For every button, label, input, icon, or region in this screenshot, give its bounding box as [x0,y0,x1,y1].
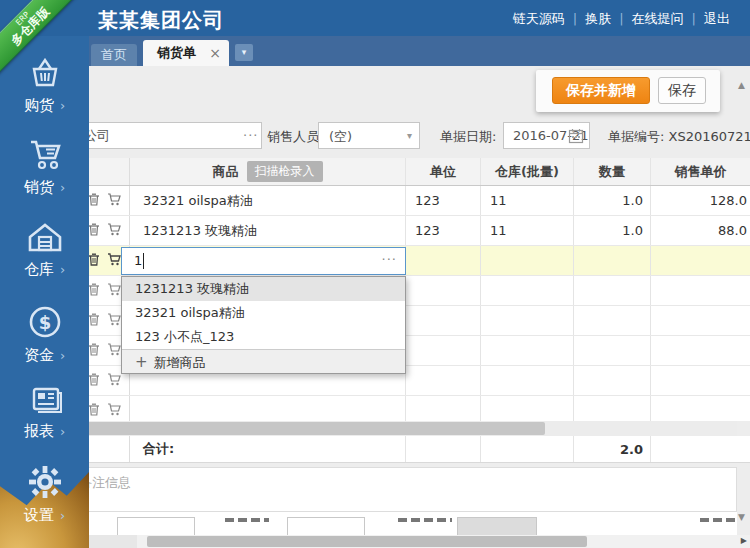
total-actions-cell [85,436,130,462]
cell-qty [574,366,651,395]
sidebar-item-settings[interactable]: 设置› [0,464,89,525]
page-horizontal-scrollbar[interactable]: ▶ [89,535,750,548]
plus-icon: + [135,353,148,371]
tab-home[interactable]: 首页 [91,44,137,66]
cell-product[interactable]: 1231213 玫瑰精油 [130,216,406,245]
trash-icon[interactable] [88,223,100,239]
sidebar-item-reports[interactable]: 报表› [0,384,89,441]
cell-warehouse [481,366,574,395]
cell-unit [406,246,481,275]
cell-qty [574,336,651,365]
product-picker-ellipsis[interactable]: ··· [382,252,397,267]
total-warehouse-cell [481,436,574,462]
cell-unit[interactable]: 123 [406,216,481,245]
link-skin[interactable]: 换肤 [579,11,617,26]
trash-icon[interactable] [88,373,100,389]
header-qty: 数量 [574,158,651,185]
calendar-icon[interactable] [568,128,584,144]
row-cart-icon[interactable] [107,283,121,299]
chevron-right-icon: › [54,180,65,195]
save-button[interactable]: 保存 [658,77,706,104]
customer-company-input[interactable] [73,122,262,149]
row-cart-icon[interactable] [107,193,121,209]
bill-number-label: 单据编号: [608,129,664,144]
cell-warehouse[interactable]: 11 [481,186,574,215]
scrollbar-track-left[interactable] [89,535,137,548]
trash-icon[interactable] [88,253,100,269]
money-icon: $ [27,304,63,340]
bill-date-input[interactable]: 2016-07-21 [503,122,590,149]
svg-text:$: $ [38,312,51,333]
table-row-empty: + [85,396,750,421]
sidebar-item-label: 资金 [24,346,54,364]
cell-qty [574,306,651,335]
close-icon[interactable]: × [209,40,221,66]
save-and-new-button[interactable]: 保存并新增 [552,77,650,104]
cell-qty[interactable]: 1.0 [574,186,651,215]
sidebar-item-sales[interactable]: 销货› [0,138,89,197]
row-cart-icon[interactable] [107,223,121,239]
product-search-input[interactable]: 1 ··· [121,247,406,275]
trash-icon[interactable] [88,403,100,419]
trash-icon[interactable] [88,283,100,299]
cell-price [651,366,750,395]
trash-icon[interactable] [88,193,100,209]
scroll-up-icon[interactable]: ▲ [738,80,745,90]
footer-input[interactable] [287,517,365,535]
add-new-product-item[interactable]: +新增商品 [122,349,405,373]
link-separator: | [617,11,625,26]
footer-input[interactable] [117,517,195,535]
total-price-cell [651,436,750,462]
salesperson-label: 销售人员: [267,128,323,146]
cell-unit [406,276,481,305]
cell-unit[interactable]: 123 [406,186,481,215]
product-header-label: 商品 [213,163,239,181]
grid-horizontal-scrollbar[interactable] [85,421,737,436]
sidebar-item-funds[interactable]: $ 资金› [0,304,89,365]
suggest-item[interactable]: 123 小不点_123 [122,325,405,349]
bill-date-label: 单据日期: [440,128,496,146]
cell-price[interactable]: 88.0 [651,216,750,245]
scrollbar-thumb[interactable] [85,422,545,435]
row-cart-icon[interactable] [107,373,121,389]
sidebar-item-purchase[interactable]: 购货› [0,58,89,115]
total-row: 合计: 2.0 [85,436,750,463]
tab-sales-order[interactable]: 销货单 × [143,40,229,66]
tab-list-button[interactable]: ▾ [235,44,253,61]
product-suggest-dropdown: 1231213 玫瑰精油 32321 oilspa精油 123 小不点_123 … [121,276,406,374]
notes-textarea[interactable]: 备注信息 [70,467,737,512]
sidebar-item-warehouse[interactable]: 仓库› [0,222,89,279]
cell-warehouse[interactable]: 11 [481,216,574,245]
scan-gun-entry-button[interactable]: 扫描枪录入 [247,161,323,182]
link-source[interactable]: 链天源码 [507,11,571,26]
scrollbar-thumb[interactable] [147,536,587,547]
chevron-right-icon: › [54,424,65,439]
header-product: 商品 扫描枪录入 [130,158,406,185]
company-picker-ellipsis[interactable]: ··· [243,128,258,143]
scroll-down-icon[interactable]: ▼ [738,512,745,522]
cell-product[interactable] [130,396,406,421]
suggest-item[interactable]: 32321 oilspa精油 [122,301,405,325]
bill-number-value: XS20160721142 [669,129,750,144]
scroll-right-icon[interactable]: ▶ [741,536,747,545]
cell-unit [406,366,481,395]
cell-warehouse [481,336,574,365]
salesperson-select[interactable]: (空) ▾ [318,122,420,149]
table-row: + 32321 oilspa精油 123 11 1.0 128.0 [85,186,750,216]
link-logout[interactable]: 退出 [698,11,736,26]
total-label: 合计: [130,436,406,462]
row-cart-icon[interactable] [107,313,121,329]
cell-price [651,276,750,305]
suggest-item[interactable]: 1231213 玫瑰精油 [122,277,405,301]
chevron-right-icon: › [54,262,65,277]
row-cart-icon[interactable] [107,403,121,419]
trash-icon[interactable] [88,313,100,329]
link-help[interactable]: 在线提问 [626,11,690,26]
link-separator: | [690,11,698,26]
cell-product[interactable]: 32321 oilspa精油 [130,186,406,215]
row-cart-icon[interactable] [107,253,121,269]
trash-icon[interactable] [88,343,100,359]
cell-qty[interactable]: 1.0 [574,216,651,245]
cell-price[interactable]: 128.0 [651,186,750,215]
row-cart-icon[interactable] [107,343,121,359]
